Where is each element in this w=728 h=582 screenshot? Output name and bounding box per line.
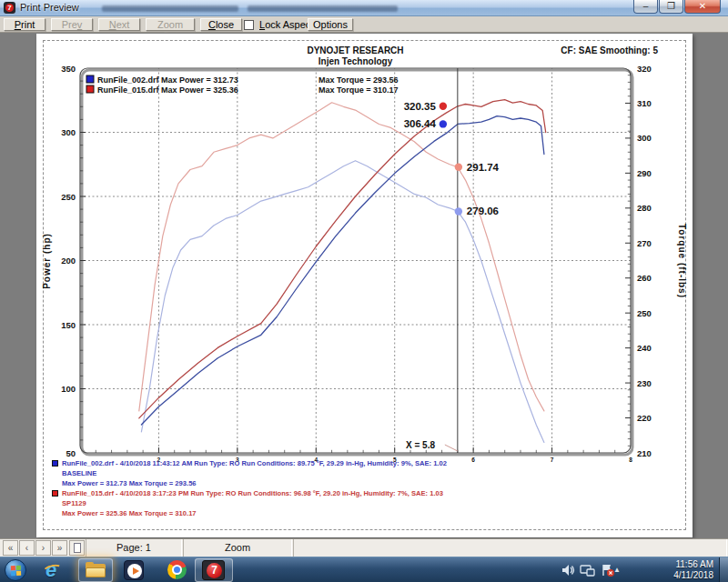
power-tick-label: 300 — [61, 127, 76, 137]
windows-flag-icon — [11, 566, 21, 576]
options-button[interactable]: Options — [308, 18, 353, 31]
preview-page: DYNOJET RESEARCHInjen TechnologyCF: SAE … — [36, 34, 693, 537]
cursor-dot-306.44 — [440, 120, 447, 127]
faded-filepath-text — [102, 5, 238, 12]
play-icon — [133, 567, 139, 575]
next-page-button[interactable]: › — [35, 540, 51, 556]
status-bar: « ‹ › » Page: 1 Zoom — [0, 538, 728, 557]
power-tick-label: 150 — [61, 320, 76, 330]
page-number-panel: Page: 1 — [86, 539, 182, 557]
faded-filepath-text — [248, 5, 398, 12]
torque-tick-label: 230 — [637, 378, 652, 388]
print-button[interactable]: Print — [4, 18, 46, 31]
cursor-value-label: 279.06 — [467, 206, 499, 216]
torque-tick-label: 270 — [637, 238, 652, 248]
prev-page-button[interactable]: ‹ — [19, 540, 35, 556]
app-icon: 7 — [4, 2, 15, 14]
power-tick-label: 100 — [61, 384, 76, 394]
first-page-button[interactable]: « — [3, 540, 18, 556]
cursor-x-label: X = 5.8 — [406, 440, 435, 450]
torque-tick-label: 280 — [637, 203, 652, 213]
page-setup-button[interactable] — [69, 540, 85, 556]
status-panel-empty — [293, 539, 727, 557]
maximize-button[interactable]: ❐ — [659, 0, 683, 14]
torque-axis-title: Torque (ft-lbs) — [677, 224, 687, 298]
torque-tick-label: 220 — [637, 413, 652, 423]
power-axis-title: Power (hp) — [42, 233, 52, 289]
cursor-dot-279.06 — [455, 207, 462, 215]
legend-swatch — [86, 85, 94, 93]
run-annotation-sp1129: RunFile_015.drf - 4/10/2018 3:17:23 PM R… — [52, 488, 443, 518]
legend-swatch — [86, 75, 94, 83]
dyno-app-icon[interactable]: 7 — [202, 560, 225, 580]
annotation-line: RunFile_015.drf - 4/10/2018 3:17:23 PM R… — [62, 488, 443, 498]
annotation-line: Max Power = 325.36 Max Torque = 310.17 — [62, 508, 443, 518]
annotation-line: RunFile_002.drf - 4/10/2018 11:43:12 AM … — [62, 458, 447, 468]
chrome-icon[interactable] — [167, 560, 187, 579]
torque-runfile-002-curve — [141, 161, 544, 443]
prev-button: Prev — [51, 18, 93, 31]
dyno-logo-icon: 7 — [207, 563, 222, 578]
power-tick-label: 350 — [61, 64, 76, 74]
media-player-icon[interactable] — [124, 560, 144, 580]
page-icon — [74, 543, 81, 553]
rpm-tick-label: 6 — [471, 457, 475, 463]
show-desktop-button[interactable] — [719, 557, 728, 582]
correction-factor-label: CF: SAE Smoothing: 5 — [561, 45, 658, 55]
action-center-flag-icon[interactable] — [601, 564, 615, 577]
network-icon[interactable] — [580, 564, 595, 577]
power-tick-label: 50 — [66, 448, 76, 458]
preview-workspace: DYNOJET RESEARCHInjen TechnologyCF: SAE … — [0, 33, 728, 538]
cursor-value-label: 320.35 — [404, 101, 437, 112]
torque-tick-label: 210 — [637, 448, 652, 458]
cursor-value-label: 291.74 — [467, 162, 500, 173]
torque-tick-label: 240 — [637, 343, 652, 353]
torque-tick-label: 260 — [637, 273, 652, 283]
clock-time: 11:56 AM — [655, 559, 713, 570]
torque-tick-label: 250 — [637, 308, 652, 318]
folder-icon[interactable] — [86, 562, 106, 577]
window-title: Print Preview — [20, 2, 79, 13]
rpm-tick-label: 7 — [551, 457, 554, 463]
start-button[interactable] — [5, 559, 26, 581]
chart-subtitle: Injen Technology — [318, 56, 393, 66]
rpm-tick-label: 8 — [629, 457, 632, 463]
power-runfile-015-curve — [139, 100, 546, 418]
run-color-swatch — [52, 490, 58, 497]
run-color-swatch — [52, 460, 58, 467]
volume-icon[interactable] — [561, 564, 575, 577]
annotation-line: SP1129 — [62, 498, 443, 508]
annotation-line: Max Power = 312.73 Max Torque = 293.56 — [62, 478, 447, 488]
torque-runfile-015-curve — [139, 103, 544, 411]
cursor-value-label: 306.44 — [404, 118, 437, 129]
annotation-line: BASELINE — [62, 468, 447, 478]
legend-entry: Max Torque = 293.56 — [318, 75, 399, 85]
torque-tick-label: 290 — [637, 168, 652, 178]
power-tick-label: 200 — [61, 256, 76, 266]
title-bar: 7 Print Preview – ❐ ✕ — [0, 0, 728, 16]
lock-aspect-ratio-checkbox[interactable] — [244, 20, 254, 30]
torque-tick-label: 300 — [637, 133, 652, 143]
last-page-button[interactable]: » — [52, 540, 67, 556]
next-button: Next — [98, 18, 140, 31]
toolbar: Print Prev Next Zoom Out Close Lock Aspe… — [0, 16, 728, 33]
legend-entry: Max Torque = 310.17 — [318, 85, 399, 95]
cursor-callout — [445, 445, 458, 451]
clock-date: 4/11/2018 — [655, 570, 713, 581]
close-preview-button[interactable]: Close — [200, 18, 242, 31]
minimize-button[interactable]: – — [633, 0, 658, 14]
dyno-logo-icon: 7 — [5, 4, 14, 12]
legend-entry: RunFile_015.drf Max Power = 325.36 — [97, 85, 238, 95]
screen: 7 Print Preview – ❐ ✕ Print Prev Next Zo… — [0, 0, 728, 582]
close-window-button[interactable]: ✕ — [684, 0, 721, 14]
cursor-dot-291.74 — [455, 163, 462, 170]
taskbar: e 7 ▲ 11:56 AM 4/11/2018 — [0, 557, 728, 582]
chart-title: DYNOJET RESEARCH — [307, 45, 403, 55]
plot-frame-shadow — [82, 70, 632, 455]
run-annotation-baseline: RunFile_002.drf - 4/10/2018 11:43:12 AM … — [52, 458, 447, 488]
power-tick-label: 250 — [61, 192, 76, 202]
zoom-out-button: Zoom Out — [146, 18, 195, 31]
torque-tick-label: 310 — [637, 98, 652, 108]
torque-tick-label: 320 — [637, 64, 652, 74]
taskbar-clock[interactable]: 11:56 AM 4/11/2018 — [655, 559, 713, 581]
